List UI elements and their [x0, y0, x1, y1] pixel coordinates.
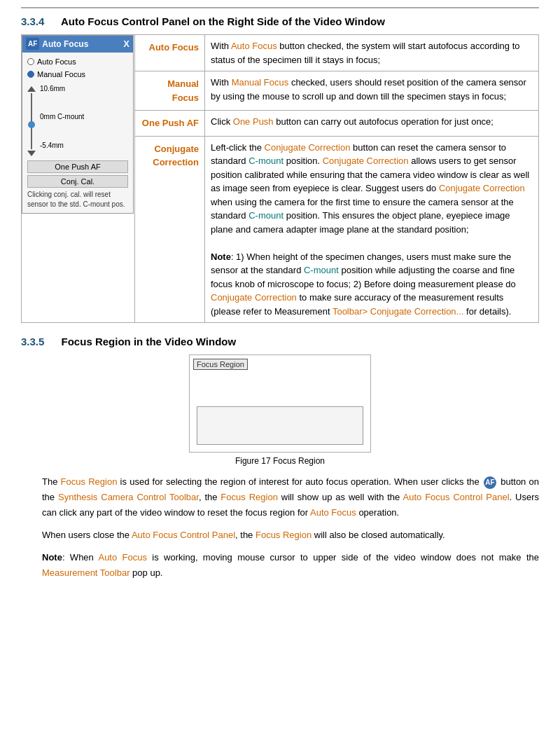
c-mount-inline2: C-mount	[248, 210, 284, 221]
af-radio-circle-auto	[27, 58, 34, 65]
af-value-bottom: -5.4mm	[40, 140, 84, 151]
focus-region-figure: Focus Region	[189, 354, 371, 453]
one-push-af-label-text: One Push AF	[142, 118, 199, 128]
section-335-heading: 3.3.5 Focus Region in the Video Window	[21, 336, 539, 347]
one-push-af-button[interactable]: One Push AF	[27, 160, 128, 173]
auto-focus-ref2: Auto Focus	[98, 552, 147, 563]
af-slider-arrow-down-icon	[27, 151, 36, 156]
section-335-title: Focus Region in the Video Window	[62, 336, 237, 347]
af-value-mid: 0mm C-mount	[40, 111, 84, 122]
para-3: Note: When Auto Focus is working, moving…	[42, 550, 539, 581]
af-radio-manual-label: Manual Focus	[37, 69, 85, 81]
auto-focus-label-text: Auto Focus	[149, 42, 200, 53]
af-value-top: 10.6mm	[40, 83, 84, 94]
af-slider-container[interactable]	[27, 86, 36, 156]
focus-region-ref2: Focus Region	[220, 492, 278, 502]
af-slider-row: 10.6mm 0mm C-mount -5.4mm	[27, 83, 128, 159]
table-row: AF Auto Focus X Auto Focus	[22, 35, 539, 71]
af-panel-titlebar: AF Auto Focus X	[22, 36, 133, 53]
section-335: 3.3.5 Focus Region in the Video Window F…	[21, 336, 539, 581]
para-1: The Focus Region is used for selecting t…	[42, 474, 539, 521]
af-radio-group: Auto Focus Manual Focus	[27, 56, 128, 81]
one-push-af-content: Click One Push button can carry out auto…	[205, 111, 539, 137]
af-panel-title-text: Auto Focus	[42, 38, 88, 50]
conj-corr-inline2: Conjugate Correction	[323, 156, 409, 166]
af-badge: AF	[26, 38, 39, 50]
af-features-table: AF Auto Focus X Auto Focus	[21, 34, 539, 323]
af-radio-circle-manual	[27, 71, 34, 78]
conjugate-correction-label-text: ConjugateCorrection	[153, 144, 199, 168]
para-2: When users close the Auto Focus Control …	[42, 528, 539, 543]
af-panel-body: Auto Focus Manual Focus	[22, 53, 133, 213]
synthesis-toolbar-ref: Synthesis Camera Control Toolbar	[58, 492, 199, 502]
figure-17-caption: Figure 17 Focus Region	[21, 456, 539, 466]
focus-region-ref1: Focus Region	[61, 476, 118, 487]
conj-corr-inline4: Conjugate Correction	[211, 292, 297, 303]
af-panel-title-left: AF Auto Focus	[26, 38, 88, 50]
section-334-title: Auto Focus Control Panel on the Right Si…	[61, 15, 385, 27]
manual-focus-inline: Manual Focus	[232, 77, 289, 88]
af-control-panel: AF Auto Focus X Auto Focus	[22, 35, 134, 214]
measurement-toolbar-ref: Measurement Toolbar	[42, 567, 130, 578]
focus-region-label: Focus Region	[193, 359, 248, 370]
auto-focus-ref1: Auto Focus	[310, 507, 356, 518]
one-push-af-label: One Push AF	[135, 111, 205, 137]
af-radio-manual-focus[interactable]: Manual Focus	[27, 69, 128, 81]
af-panel-note: Clicking conj. cal. will reset sensor to…	[27, 190, 128, 209]
af-icon-inline: AF	[484, 476, 496, 489]
c-mount-inline1: C-mount	[248, 156, 284, 166]
note-label2: Note	[42, 552, 62, 563]
af-slider-thumb[interactable]	[28, 121, 35, 128]
af-panel-cell: AF Auto Focus X Auto Focus	[22, 35, 135, 323]
note-label: Note	[211, 252, 231, 262]
conj-cal-button[interactable]: Conj. Cal.	[27, 175, 128, 188]
focus-region-ref3: Focus Region	[255, 530, 312, 540]
toolbar-path-inline: Toolbar> Conjugate Correction...	[332, 306, 464, 317]
conjugate-correction-content: Left-click the Conjugate Correction butt…	[205, 136, 539, 323]
manual-focus-content: With Manual Focus checked, users should …	[205, 71, 539, 111]
af-control-panel-ref1: Auto Focus Control Panel	[403, 492, 510, 502]
conj-corr-inline3: Conjugate Correction	[439, 183, 525, 193]
af-panel-close-button[interactable]: X	[123, 37, 130, 51]
section-335-number: 3.3.5	[21, 336, 44, 347]
section-334-number: 3.3.4	[21, 15, 44, 27]
conj-corr-inline1: Conjugate Correction	[265, 142, 351, 153]
af-slider-arrow-up-icon	[27, 86, 36, 92]
focus-region-inner-box	[197, 406, 363, 445]
manual-focus-label-text: Manual Focus	[167, 78, 199, 103]
af-control-panel-ref2: Auto Focus Control Panel	[132, 530, 235, 540]
manual-focus-label: Manual Focus	[135, 71, 205, 111]
one-push-inline: One Push	[233, 116, 274, 127]
auto-focus-content: With Auto Focus button checked, the syst…	[205, 35, 539, 71]
af-slider-line	[31, 93, 32, 149]
auto-focus-label: Auto Focus	[135, 35, 205, 71]
af-radio-auto-label: Auto Focus	[37, 56, 76, 68]
c-mount-inline3: C-mount	[304, 265, 339, 275]
auto-focus-inline: Auto Focus	[231, 41, 277, 51]
af-value-labels: 10.6mm 0mm C-mount -5.4mm	[40, 83, 84, 151]
section-334-heading: 3.3.4 Auto Focus Control Panel on the Ri…	[21, 15, 539, 27]
af-radio-auto-focus[interactable]: Auto Focus	[27, 56, 128, 68]
conjugate-correction-label: ConjugateCorrection	[135, 136, 205, 323]
